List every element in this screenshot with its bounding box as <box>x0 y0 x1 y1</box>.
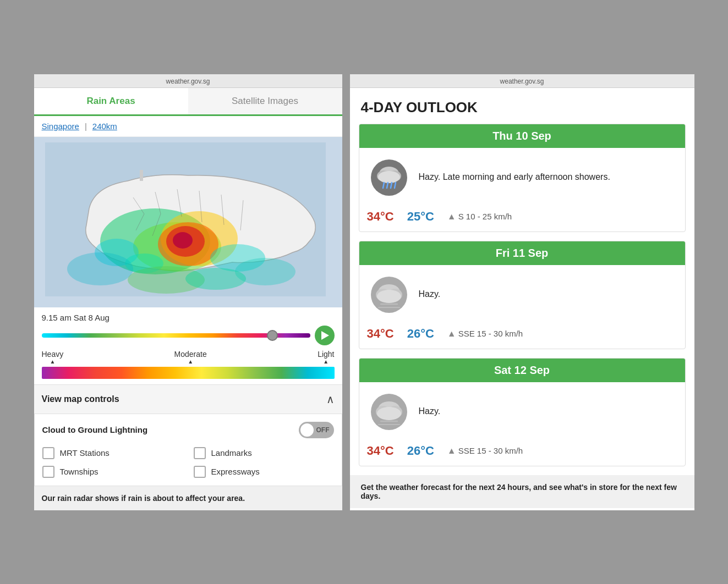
view-links-row: Singapore | 240km <box>34 116 342 137</box>
view-divider: | <box>85 122 87 131</box>
rain-map <box>34 137 342 307</box>
temp-high-fri: 34°C <box>367 327 394 341</box>
lightning-row: Cloud to Ground Lightning OFF <box>42 422 334 438</box>
legend-labels: Heavy ▲ Moderate ▲ Light ▲ <box>34 349 342 365</box>
tab-satellite-images[interactable]: Satellite Images <box>188 88 342 114</box>
checkbox-townships-label: Townships <box>60 467 98 476</box>
controls-body: Cloud to Ground Lightning OFF MRT Statio… <box>34 414 342 486</box>
wind-arrow-thu: ▲ <box>447 212 456 222</box>
svg-point-14 <box>185 268 246 290</box>
day-body-fri: Hazy. <box>359 265 685 324</box>
lightning-toggle[interactable]: OFF <box>299 422 334 438</box>
checkbox-expressways-box[interactable] <box>194 466 206 478</box>
checkbox-landmarks[interactable]: Landmarks <box>194 447 334 459</box>
play-icon <box>321 331 329 340</box>
day-header-fri: Fri 11 Sep <box>359 241 685 265</box>
right-site-header: weather.gov.sg <box>350 74 694 88</box>
day-temps-sat: 34°C 26°C ▲ SSE 15 - 30 km/h <box>359 442 685 466</box>
day-body-thu: Hazy. Late morning and early afternoon s… <box>359 148 685 207</box>
svg-point-7 <box>173 232 193 249</box>
temp-high-thu: 34°C <box>367 210 394 224</box>
checkbox-expressways-label: Expressways <box>211 467 260 476</box>
checkbox-townships[interactable]: Townships <box>42 466 183 478</box>
lightning-label: Cloud to Ground Lightning <box>42 425 148 434</box>
svg-point-28 <box>377 290 401 303</box>
view-singapore-link[interactable]: Singapore <box>42 122 79 131</box>
wind-fri: ▲ SSE 15 - 30 km/h <box>447 329 523 339</box>
svg-point-19 <box>378 171 400 183</box>
map-controls-header[interactable]: View map controls ∧ <box>34 384 342 414</box>
day-header-sat: Sat 12 Sep <box>359 359 685 382</box>
checkboxes-grid: MRT Stations Landmarks Townships Express… <box>42 447 334 478</box>
svg-point-11 <box>67 252 133 285</box>
day-card-thu: Thu 10 Sep Hazy <box>359 124 686 232</box>
left-panel: weather.gov.sg Rain Areas Satellite Imag… <box>34 74 342 510</box>
legend-heavy: Heavy ▲ <box>42 350 64 365</box>
svg-point-35 <box>377 407 401 420</box>
tab-rain-areas[interactable]: Rain Areas <box>34 88 188 116</box>
singapore-map-svg <box>45 142 326 296</box>
checkbox-landmarks-label: Landmarks <box>211 448 252 458</box>
map-controls-title: View map controls <box>42 394 119 404</box>
color-legend-bar <box>42 367 335 379</box>
left-site-header: weather.gov.sg <box>34 74 342 88</box>
timeline-thumb[interactable] <box>267 330 278 341</box>
wind-thu: ▲ S 10 - 25 km/h <box>447 212 512 222</box>
checkbox-expressways[interactable]: Expressways <box>194 466 334 478</box>
temp-high-sat: 34°C <box>367 444 394 458</box>
weather-desc-fri: Hazy. <box>419 288 677 300</box>
weather-icon-fri <box>367 273 411 317</box>
toggle-knob <box>300 423 314 437</box>
wind-text-fri: SSE 15 - 30 km/h <box>458 329 523 338</box>
weather-icon-sat <box>367 390 411 434</box>
wind-arrow-fri: ▲ <box>447 329 456 339</box>
legend-light: Light ▲ <box>318 350 334 365</box>
left-caption: Our rain radar shows if rain is about to… <box>34 486 342 510</box>
day-temps-thu: 34°C 25°C ▲ S 10 - 25 km/h <box>359 207 685 232</box>
play-button[interactable] <box>315 326 335 345</box>
temp-low-fri: 26°C <box>407 327 434 341</box>
right-panel: weather.gov.sg 4-DAY OUTLOOK Thu 10 Sep <box>350 74 694 510</box>
legend-moderate: Moderate ▲ <box>174 350 207 365</box>
checkbox-mrt-box[interactable] <box>42 447 54 459</box>
day-body-sat: Hazy. <box>359 382 685 442</box>
timestamp: 9.15 am Sat 8 Aug <box>34 307 342 322</box>
weather-desc-thu: Hazy. Late morning and early afternoon s… <box>419 171 677 183</box>
wind-text-thu: S 10 - 25 km/h <box>458 212 512 221</box>
day-temps-fri: 34°C 26°C ▲ SSE 15 - 30 km/h <box>359 324 685 349</box>
checkbox-mrt[interactable]: MRT Stations <box>42 447 183 459</box>
day-header-thu: Thu 10 Sep <box>359 124 685 148</box>
light-arrow: ▲ <box>323 359 329 365</box>
timeline-track[interactable] <box>42 333 310 338</box>
wind-arrow-sat: ▲ <box>447 446 456 456</box>
weather-icon-thu <box>367 156 411 200</box>
heavy-arrow: ▲ <box>50 359 55 365</box>
wind-text-sat: SSE 15 - 30 km/h <box>458 446 523 455</box>
moderate-arrow: ▲ <box>188 359 193 365</box>
main-container: weather.gov.sg Rain Areas Satellite Imag… <box>34 74 694 510</box>
toggle-state-text: OFF <box>316 426 330 434</box>
view-240km-link[interactable]: 240km <box>92 122 117 131</box>
checkbox-landmarks-box[interactable] <box>194 447 206 459</box>
wind-sat: ▲ SSE 15 - 30 km/h <box>447 446 523 456</box>
day-card-fri: Fri 11 Sep Hazy. 34 <box>359 241 686 349</box>
checkbox-mrt-label: MRT Stations <box>60 448 110 458</box>
temp-low-thu: 25°C <box>407 210 434 224</box>
tab-bar: Rain Areas Satellite Images <box>34 88 342 116</box>
chevron-up-icon: ∧ <box>326 393 335 406</box>
right-caption: Get the weather forecast for the next 24… <box>350 475 694 508</box>
timeline-slider-row <box>34 322 342 349</box>
day-card-sat: Sat 12 Sep Hazy. 34°C 26 <box>359 358 686 466</box>
outlook-title: 4-DAY OUTLOOK <box>350 88 694 124</box>
checkbox-townships-box[interactable] <box>42 466 54 478</box>
weather-desc-sat: Hazy. <box>419 405 677 417</box>
temp-low-sat: 26°C <box>407 444 434 458</box>
